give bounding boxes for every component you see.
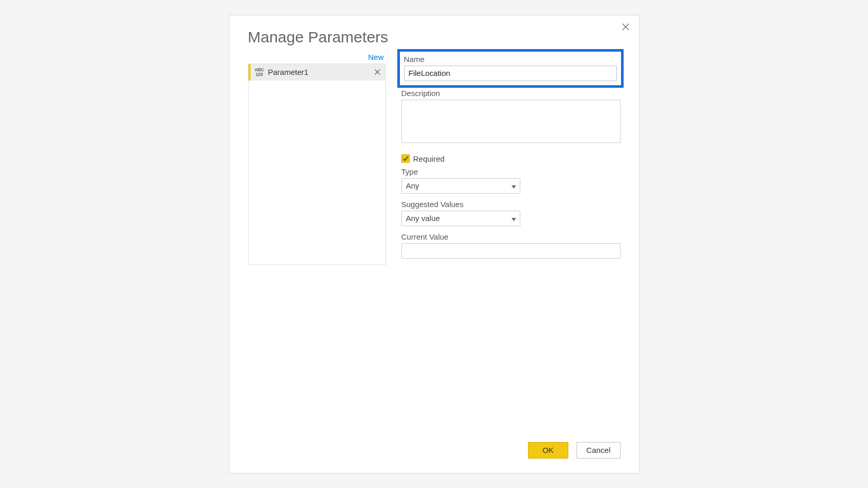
- type-select-value: Any: [406, 181, 420, 190]
- type-select[interactable]: Any: [401, 178, 520, 194]
- current-value-label: Current Value: [401, 232, 621, 241]
- parameter-list-item[interactable]: ABC123 Parameter1: [249, 64, 385, 81]
- current-value-input[interactable]: [401, 243, 621, 259]
- dialog-title: Manage Parameters: [229, 15, 639, 50]
- dialog-content: New ABC123 Parameter1 Name: [229, 50, 639, 265]
- description-field-group: Description: [401, 89, 621, 145]
- suggested-values-select[interactable]: Any value: [401, 211, 520, 226]
- required-checkbox[interactable]: [401, 154, 410, 163]
- name-field-group: Name: [397, 49, 624, 88]
- checkmark-icon: [402, 155, 409, 162]
- cancel-button[interactable]: Cancel: [577, 442, 621, 459]
- ok-button[interactable]: OK: [528, 442, 568, 459]
- abc123-type-icon: ABC123: [254, 68, 265, 77]
- parameter-sidebar: New ABC123 Parameter1: [248, 50, 386, 265]
- type-field-group: Type Any: [401, 167, 621, 194]
- suggested-values-select-value: Any value: [406, 214, 440, 223]
- current-value-field-group: Current Value: [401, 232, 621, 259]
- description-input[interactable]: [401, 100, 621, 143]
- new-parameter-link[interactable]: New: [248, 50, 386, 64]
- parameter-item-remove-button[interactable]: [373, 68, 382, 76]
- name-input[interactable]: [404, 66, 617, 81]
- name-label: Name: [404, 55, 617, 64]
- required-checkbox-row: Required: [401, 154, 621, 163]
- description-label: Description: [401, 89, 621, 98]
- parameter-form: Name Description Required Type: [401, 50, 621, 265]
- type-label: Type: [401, 167, 621, 176]
- parameter-item-label: Parameter1: [268, 68, 369, 76]
- suggested-values-label: Suggested Values: [401, 200, 621, 209]
- close-icon: [375, 69, 380, 75]
- dialog-close-button[interactable]: [619, 21, 632, 33]
- suggested-values-field-group: Suggested Values Any value: [401, 200, 621, 226]
- parameter-list: ABC123 Parameter1: [248, 64, 386, 265]
- close-icon: [622, 23, 629, 30]
- dialog-footer: OK Cancel: [528, 442, 621, 459]
- required-label: Required: [413, 154, 445, 163]
- manage-parameters-dialog: Manage Parameters New ABC123 Parameter1: [229, 15, 640, 474]
